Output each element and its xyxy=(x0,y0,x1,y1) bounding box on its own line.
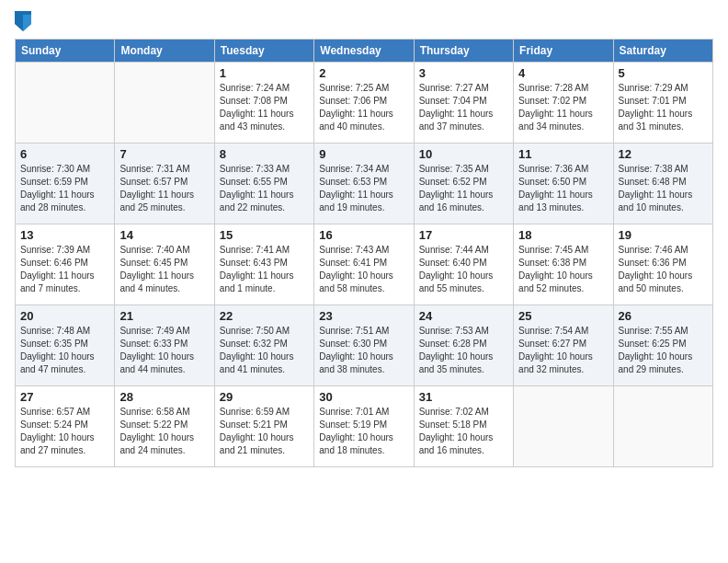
day-number: 13 xyxy=(20,228,109,242)
day-info: Sunrise: 7:55 AMSunset: 6:25 PMDaylight:… xyxy=(619,325,708,376)
calendar-day-cell: 9Sunrise: 7:34 AMSunset: 6:53 PMDaylight… xyxy=(314,144,414,224)
calendar-day-cell: 3Sunrise: 7:27 AMSunset: 7:04 PMDaylight… xyxy=(414,63,513,144)
day-number: 23 xyxy=(319,309,408,323)
calendar-day-cell: 8Sunrise: 7:33 AMSunset: 6:55 PMDaylight… xyxy=(214,144,313,224)
day-number: 18 xyxy=(518,228,608,242)
day-info: Sunrise: 7:31 AMSunset: 6:57 PMDaylight:… xyxy=(119,163,209,214)
day-number: 25 xyxy=(518,309,608,323)
calendar-day-cell: 22Sunrise: 7:50 AMSunset: 6:32 PMDayligh… xyxy=(214,305,313,386)
day-number: 5 xyxy=(619,66,708,80)
calendar-day-cell: 4Sunrise: 7:28 AMSunset: 7:02 PMDaylight… xyxy=(514,63,613,144)
day-info: Sunrise: 7:34 AMSunset: 6:53 PMDaylight:… xyxy=(319,163,408,214)
day-info: Sunrise: 6:59 AMSunset: 5:21 PMDaylight:… xyxy=(220,406,309,457)
calendar-day-cell xyxy=(514,386,613,467)
logo xyxy=(15,11,33,31)
calendar-header-row: SundayMondayTuesdayWednesdayThursdayFrid… xyxy=(16,40,713,63)
calendar-day-cell: 30Sunrise: 7:01 AMSunset: 5:19 PMDayligh… xyxy=(314,386,414,467)
day-number: 3 xyxy=(419,66,508,80)
day-info: Sunrise: 7:40 AMSunset: 6:45 PMDaylight:… xyxy=(119,244,209,295)
day-number: 22 xyxy=(220,309,309,323)
calendar-day-cell xyxy=(115,63,214,144)
day-info: Sunrise: 7:41 AMSunset: 6:43 PMDaylight:… xyxy=(220,244,309,295)
day-info: Sunrise: 7:51 AMSunset: 6:30 PMDaylight:… xyxy=(319,325,408,376)
calendar-day-cell: 17Sunrise: 7:44 AMSunset: 6:40 PMDayligh… xyxy=(414,224,513,305)
day-info: Sunrise: 7:44 AMSunset: 6:40 PMDaylight:… xyxy=(419,244,508,295)
day-of-week-header: Wednesday xyxy=(314,40,414,63)
day-info: Sunrise: 6:58 AMSunset: 5:22 PMDaylight:… xyxy=(119,406,209,457)
day-info: Sunrise: 7:25 AMSunset: 7:06 PMDaylight:… xyxy=(319,82,408,133)
calendar-week-row: 13Sunrise: 7:39 AMSunset: 6:46 PMDayligh… xyxy=(16,224,713,305)
svg-marker-1 xyxy=(23,15,31,31)
day-info: Sunrise: 7:39 AMSunset: 6:46 PMDaylight:… xyxy=(20,244,109,295)
day-of-week-header: Saturday xyxy=(613,40,712,63)
day-info: Sunrise: 7:29 AMSunset: 7:01 PMDaylight:… xyxy=(619,82,708,133)
day-info: Sunrise: 7:02 AMSunset: 5:18 PMDaylight:… xyxy=(419,406,508,457)
page-header xyxy=(15,11,713,31)
day-number: 12 xyxy=(619,147,708,161)
calendar-day-cell xyxy=(613,386,712,467)
calendar-day-cell: 18Sunrise: 7:45 AMSunset: 6:38 PMDayligh… xyxy=(514,224,613,305)
calendar-day-cell: 16Sunrise: 7:43 AMSunset: 6:41 PMDayligh… xyxy=(314,224,414,305)
day-number: 30 xyxy=(319,390,408,404)
day-number: 26 xyxy=(619,309,708,323)
calendar-week-row: 27Sunrise: 6:57 AMSunset: 5:24 PMDayligh… xyxy=(16,386,713,467)
calendar-day-cell: 15Sunrise: 7:41 AMSunset: 6:43 PMDayligh… xyxy=(214,224,313,305)
day-number: 10 xyxy=(419,147,508,161)
calendar-day-cell: 5Sunrise: 7:29 AMSunset: 7:01 PMDaylight… xyxy=(613,63,712,144)
calendar-day-cell: 24Sunrise: 7:53 AMSunset: 6:28 PMDayligh… xyxy=(414,305,513,386)
day-info: Sunrise: 7:28 AMSunset: 7:02 PMDaylight:… xyxy=(518,82,608,133)
day-number: 7 xyxy=(119,147,209,161)
calendar-day-cell: 21Sunrise: 7:49 AMSunset: 6:33 PMDayligh… xyxy=(115,305,214,386)
calendar-week-row: 1Sunrise: 7:24 AMSunset: 7:08 PMDaylight… xyxy=(16,63,713,144)
calendar-day-cell: 29Sunrise: 6:59 AMSunset: 5:21 PMDayligh… xyxy=(214,386,313,467)
day-info: Sunrise: 7:38 AMSunset: 6:48 PMDaylight:… xyxy=(619,163,708,214)
calendar-day-cell: 13Sunrise: 7:39 AMSunset: 6:46 PMDayligh… xyxy=(16,224,115,305)
day-number: 29 xyxy=(220,390,309,404)
logo-icon xyxy=(15,11,31,31)
calendar-day-cell: 26Sunrise: 7:55 AMSunset: 6:25 PMDayligh… xyxy=(613,305,712,386)
calendar-day-cell: 6Sunrise: 7:30 AMSunset: 6:59 PMDaylight… xyxy=(16,144,115,224)
day-number: 14 xyxy=(119,228,209,242)
calendar-day-cell: 14Sunrise: 7:40 AMSunset: 6:45 PMDayligh… xyxy=(115,224,214,305)
calendar-day-cell: 10Sunrise: 7:35 AMSunset: 6:52 PMDayligh… xyxy=(414,144,513,224)
day-info: Sunrise: 7:33 AMSunset: 6:55 PMDaylight:… xyxy=(220,163,309,214)
day-of-week-header: Sunday xyxy=(16,40,115,63)
day-of-week-header: Thursday xyxy=(414,40,513,63)
day-info: Sunrise: 7:46 AMSunset: 6:36 PMDaylight:… xyxy=(619,244,708,295)
calendar-day-cell: 1Sunrise: 7:24 AMSunset: 7:08 PMDaylight… xyxy=(214,63,313,144)
day-number: 19 xyxy=(619,228,708,242)
day-number: 16 xyxy=(319,228,408,242)
day-number: 27 xyxy=(20,390,109,404)
day-number: 21 xyxy=(119,309,209,323)
day-info: Sunrise: 7:53 AMSunset: 6:28 PMDaylight:… xyxy=(419,325,508,376)
calendar-day-cell: 20Sunrise: 7:48 AMSunset: 6:35 PMDayligh… xyxy=(16,305,115,386)
day-number: 24 xyxy=(419,309,508,323)
day-info: Sunrise: 7:49 AMSunset: 6:33 PMDaylight:… xyxy=(119,325,209,376)
day-of-week-header: Tuesday xyxy=(214,40,313,63)
calendar-week-row: 6Sunrise: 7:30 AMSunset: 6:59 PMDaylight… xyxy=(16,144,713,224)
day-info: Sunrise: 7:01 AMSunset: 5:19 PMDaylight:… xyxy=(319,406,408,457)
day-of-week-header: Monday xyxy=(115,40,214,63)
calendar-day-cell: 25Sunrise: 7:54 AMSunset: 6:27 PMDayligh… xyxy=(514,305,613,386)
day-info: Sunrise: 7:35 AMSunset: 6:52 PMDaylight:… xyxy=(419,163,508,214)
day-info: Sunrise: 7:54 AMSunset: 6:27 PMDaylight:… xyxy=(518,325,608,376)
calendar-day-cell: 12Sunrise: 7:38 AMSunset: 6:48 PMDayligh… xyxy=(613,144,712,224)
calendar-day-cell: 27Sunrise: 6:57 AMSunset: 5:24 PMDayligh… xyxy=(16,386,115,467)
calendar-day-cell: 28Sunrise: 6:58 AMSunset: 5:22 PMDayligh… xyxy=(115,386,214,467)
calendar-day-cell: 2Sunrise: 7:25 AMSunset: 7:06 PMDaylight… xyxy=(314,63,414,144)
day-info: Sunrise: 7:43 AMSunset: 6:41 PMDaylight:… xyxy=(319,244,408,295)
calendar-table: SundayMondayTuesdayWednesdayThursdayFrid… xyxy=(15,39,713,467)
day-info: Sunrise: 7:50 AMSunset: 6:32 PMDaylight:… xyxy=(220,325,309,376)
day-of-week-header: Friday xyxy=(514,40,613,63)
day-number: 17 xyxy=(419,228,508,242)
calendar-day-cell: 31Sunrise: 7:02 AMSunset: 5:18 PMDayligh… xyxy=(414,386,513,467)
day-number: 28 xyxy=(119,390,209,404)
day-number: 8 xyxy=(220,147,309,161)
calendar-week-row: 20Sunrise: 7:48 AMSunset: 6:35 PMDayligh… xyxy=(16,305,713,386)
day-info: Sunrise: 7:24 AMSunset: 7:08 PMDaylight:… xyxy=(220,82,309,133)
day-info: Sunrise: 7:36 AMSunset: 6:50 PMDaylight:… xyxy=(518,163,608,214)
day-number: 4 xyxy=(518,66,608,80)
day-number: 11 xyxy=(518,147,608,161)
day-number: 1 xyxy=(220,66,309,80)
day-number: 9 xyxy=(319,147,408,161)
